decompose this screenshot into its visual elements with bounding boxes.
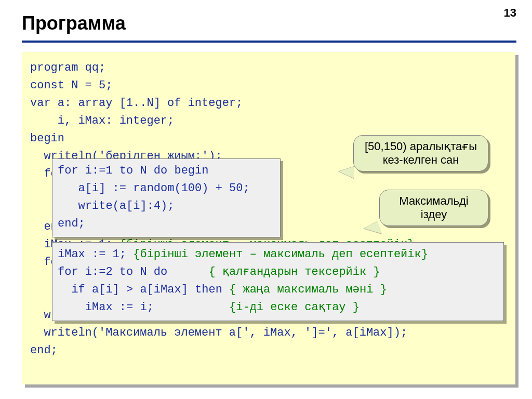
callout-random-range: [50,150) аралықтағы кез-келген сан (353, 135, 488, 171)
code-comment: { жаңа максималь мәні } (229, 283, 387, 296)
inset-box-find-max: iMax := 1; {бірінші элемент – максималь … (52, 242, 504, 321)
code-line: write(a[i]:4); (58, 200, 174, 212)
code-line: iMax := 1; (58, 248, 133, 261)
code-line: a[i] := random(100) + 50; (58, 182, 250, 195)
code-line: writeln('Максималь элемент a[', iMax, ']… (30, 326, 407, 339)
code-line: const N = 5; (30, 79, 112, 92)
code-line: var a: array [1..N] of integer; (30, 97, 243, 110)
title-rule (22, 41, 516, 43)
page-number: 13 (504, 6, 516, 20)
code-line: iMax := i; (58, 301, 229, 314)
callout-find-max: Максимальді іздеу (379, 190, 488, 226)
code-comment: { қалғандарын тексерйік } (208, 265, 380, 278)
code-line: end; (58, 217, 85, 230)
code-line: program qq; (30, 61, 105, 74)
code-comment: {бірінші элемент – максималь деп есептей… (133, 248, 428, 261)
inset-box-random-fill: for i:=1 to N do begin a[i] := random(10… (52, 158, 281, 237)
code-line: begin (30, 132, 64, 145)
callout-tail (339, 166, 354, 179)
code-line: i, iMax: integer; (30, 114, 174, 127)
code-line: if a[i] > a[iMax] then (58, 283, 229, 296)
code-line: for i:=1 to N do begin (58, 164, 208, 177)
code-line: end; (30, 344, 58, 357)
code-line: for i:=2 to N do (58, 265, 208, 278)
code-comment: {i-ді еске сақтау } (229, 301, 360, 314)
page-title: Программа (22, 12, 126, 34)
